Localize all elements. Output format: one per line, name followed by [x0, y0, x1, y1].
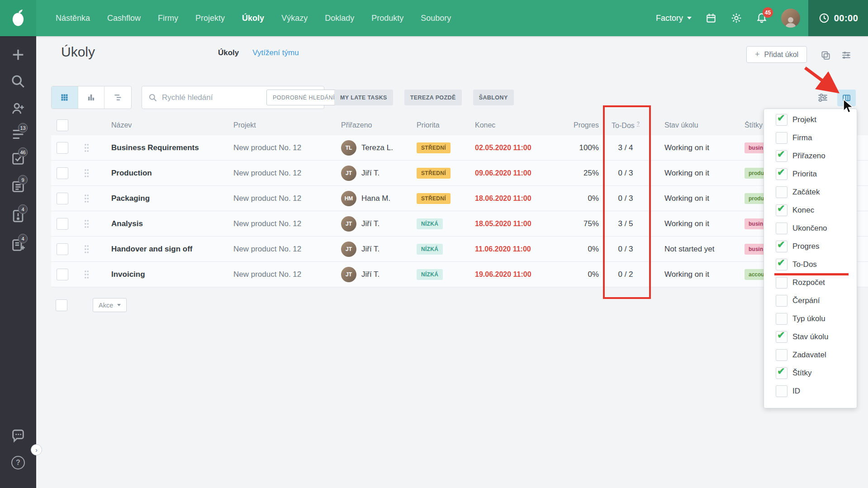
nav-item-projekty[interactable]: Projekty [187, 14, 233, 23]
actions-dropdown-button[interactable]: Akce [93, 298, 127, 312]
checkbox[interactable] [776, 204, 787, 216]
column-option-typ-ukolu[interactable]: Typ úkolu [764, 310, 857, 328]
column-option-cerpani[interactable]: Čerpání [764, 292, 857, 310]
column-option-zacatek[interactable]: Začátek [764, 183, 857, 201]
checkbox[interactable] [776, 385, 787, 397]
add-task-button[interactable]: Přidat úkol [746, 46, 807, 63]
column-option-prirazeno[interactable]: Přiřazeno [764, 147, 857, 165]
table-row[interactable]: Packaging New product No. 12 HMHana M. S… [51, 186, 868, 211]
column-option-todos[interactable]: To-Dos [764, 256, 857, 274]
column-option-konec[interactable]: Konec [764, 201, 857, 219]
tree-view-button[interactable] [104, 86, 131, 109]
checkbox[interactable] [776, 295, 787, 307]
nav-item-doklady[interactable]: Doklady [316, 14, 363, 23]
checkbox[interactable] [776, 114, 787, 126]
nav-item-produkty[interactable]: Produkty [363, 14, 412, 23]
add-user-icon[interactable] [10, 101, 26, 116]
task-name[interactable]: Invoicing [99, 270, 221, 279]
column-header-progres[interactable]: Progres [549, 121, 599, 129]
nav-item-ukoly[interactable]: Úkoly [233, 14, 273, 23]
column-option-stitky[interactable]: Štítky [764, 364, 857, 382]
column-header-todos[interactable]: To-Dos? [599, 121, 652, 130]
filter-chip-tereza-pozde[interactable]: TEREZA POZDĚ [404, 90, 462, 105]
chat-bubble-icon[interactable] [10, 428, 26, 444]
select-all-checkbox[interactable] [57, 119, 68, 131]
row-checkbox[interactable] [57, 193, 68, 204]
table-row[interactable]: Business Requirements New product No. 12… [51, 135, 868, 161]
column-option-rozpocet[interactable]: Rozpočet [764, 274, 857, 292]
checkbox[interactable] [776, 367, 787, 379]
nav-item-nastenka[interactable]: Nástěnka [47, 14, 99, 23]
nav-item-soubory[interactable]: Soubory [412, 14, 460, 23]
column-option-progres[interactable]: Progres [764, 237, 857, 256]
help-icon[interactable] [11, 456, 25, 469]
grid-view-button[interactable] [52, 86, 78, 109]
column-option-zadavatel[interactable]: Zadavatel [764, 346, 857, 364]
notifications-button[interactable]: 45 [756, 11, 768, 25]
nav-item-vykazy[interactable]: Výkazy [273, 14, 316, 23]
column-header-priorita[interactable]: Priorita [404, 121, 463, 129]
checkbox[interactable] [776, 259, 787, 270]
column-settings-button[interactable] [837, 90, 856, 106]
user-avatar[interactable] [781, 9, 800, 28]
gear-icon[interactable] [730, 12, 742, 24]
duplicate-icon[interactable] [820, 49, 831, 61]
app-logo[interactable] [0, 0, 36, 36]
row-checkbox[interactable] [57, 218, 68, 230]
drag-handle-icon[interactable] [84, 244, 90, 254]
filter-sliders-icon[interactable] [817, 92, 829, 104]
drag-handle-icon[interactable] [84, 219, 90, 229]
checkbox[interactable] [776, 331, 787, 343]
row-checkbox[interactable] [57, 142, 68, 154]
checkbox[interactable] [776, 132, 787, 144]
checkbox[interactable] [776, 313, 787, 325]
drag-handle-icon[interactable] [84, 168, 90, 178]
checkbox[interactable] [776, 241, 787, 252]
checkbox[interactable] [776, 223, 787, 234]
checkbox[interactable] [776, 168, 787, 180]
filter-chip-sablony[interactable]: ŠABLONY [473, 90, 514, 105]
task-name[interactable]: Analysis [99, 219, 221, 228]
column-option-id[interactable]: ID [764, 382, 857, 400]
task-project[interactable]: New product No. 12 [221, 219, 329, 228]
drag-handle-icon[interactable] [84, 270, 90, 280]
workspace-switcher[interactable]: Factory [656, 14, 692, 23]
task-name[interactable]: Packaging [99, 194, 221, 203]
search-input[interactable] [157, 93, 266, 102]
task-project[interactable]: New product No. 12 [221, 245, 329, 254]
column-option-firma[interactable]: Firma [764, 129, 857, 147]
tab-vytizeni-tymu[interactable]: Vytížení týmu [252, 48, 299, 57]
column-option-stav-ukolu[interactable]: Stav úkolu [764, 328, 857, 346]
column-header-stav-ukolu[interactable]: Stav úkolu [652, 121, 732, 129]
checkbox[interactable] [776, 186, 787, 198]
column-option-projekt[interactable]: Projekt [764, 111, 857, 129]
add-new-icon[interactable] [10, 47, 26, 62]
view-settings-icon[interactable] [840, 49, 852, 61]
checkbox[interactable] [776, 349, 787, 361]
sidebar-expand-button[interactable] [31, 444, 42, 455]
column-option-priorita[interactable]: Priorita [764, 165, 857, 183]
row-checkbox[interactable] [57, 269, 68, 280]
column-header-nazev[interactable]: Název [99, 121, 221, 129]
column-header-projekt[interactable]: Projekt [221, 121, 329, 129]
nav-item-firmy[interactable]: Firmy [149, 14, 187, 23]
drag-handle-icon[interactable] [84, 143, 90, 153]
column-header-prirazeno[interactable]: Přiřazeno [329, 121, 404, 129]
task-name[interactable]: Handover and sign off [99, 245, 221, 254]
checkbox[interactable] [776, 277, 787, 289]
chart-view-button[interactable] [78, 86, 105, 109]
task-name[interactable]: Business Requirements [99, 143, 221, 152]
row-checkbox[interactable] [57, 243, 68, 255]
column-header-konec[interactable]: Konec [463, 121, 549, 129]
calendar-icon[interactable] [705, 12, 717, 24]
tab-ukoly[interactable]: Úkoly [218, 48, 239, 57]
column-option-ukonceno[interactable]: Ukončeno [764, 219, 857, 237]
help-question-icon[interactable]: ? [637, 121, 640, 127]
search-icon[interactable] [10, 74, 26, 89]
task-project[interactable]: New product No. 12 [221, 270, 329, 279]
filter-chip-my-late-tasks[interactable]: MY LATE TASKS [334, 90, 393, 105]
footer-select-checkbox[interactable] [56, 299, 67, 311]
table-row[interactable]: Invoicing New product No. 12 JTJiří T. N… [51, 262, 868, 287]
nav-item-cashflow[interactable]: Cashflow [99, 14, 149, 23]
time-tracker[interactable]: 00:00 [808, 0, 868, 36]
